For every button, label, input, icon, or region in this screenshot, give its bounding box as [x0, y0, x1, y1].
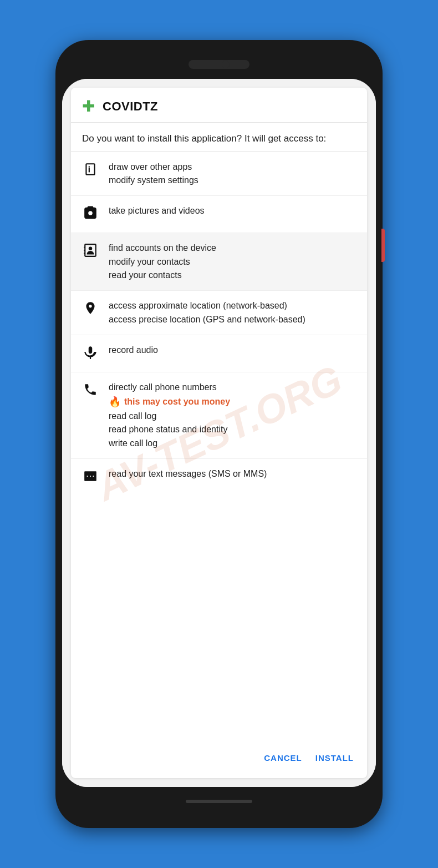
permission-item-camera: take pictures and videos: [71, 196, 367, 233]
perm-text-approx-loc: access approximate location (network-bas…: [109, 300, 305, 312]
phone-top-bar: [189, 50, 249, 79]
speaker: [189, 60, 249, 69]
svg-rect-10: [90, 476, 91, 477]
install-question: Do you want to install this application?…: [71, 123, 367, 152]
perm-text-find-accounts: find accounts on the device: [109, 242, 216, 254]
svg-rect-9: [87, 476, 88, 477]
permission-item-overlay: draw over other apps modify system setti…: [71, 152, 367, 196]
svg-rect-1: [89, 166, 90, 167]
contacts-icon: [82, 243, 99, 261]
app-header: ✚ COVIDTZ: [71, 88, 367, 123]
camera-icon: [82, 206, 99, 224]
app-name: COVIDTZ: [103, 99, 158, 114]
phone-icon: [82, 382, 99, 400]
permission-texts-contacts: find accounts on the device modify your …: [109, 242, 216, 281]
warning-text: this may cost you money: [124, 396, 230, 408]
cancel-button[interactable]: CANCEL: [262, 749, 304, 767]
front-camera: [222, 60, 230, 68]
perm-text-write-call-log: write call log: [109, 437, 230, 450]
permission-texts-audio: record audio: [109, 344, 158, 356]
perm-text-precise-loc: access precise location (GPS and network…: [109, 314, 305, 326]
svg-point-4: [89, 247, 93, 251]
flame-icon: 🔥: [109, 395, 121, 409]
permission-texts-overlay: draw over other apps modify system setti…: [109, 161, 198, 187]
permission-item-contacts: find accounts on the device modify your …: [71, 233, 367, 291]
permission-item-location: access approximate location (network-bas…: [71, 291, 367, 335]
perm-text-audio: record audio: [109, 344, 158, 356]
volume-button: [381, 229, 385, 262]
permission-item-audio: record audio: [71, 335, 367, 372]
permissions-list: draw over other apps modify system setti…: [71, 152, 367, 496]
permission-item-sms: read your text messages (SMS or MMS): [71, 459, 367, 496]
home-bar: [186, 800, 252, 803]
permission-item-phone: directly call phone numbers 🔥 this may c…: [71, 372, 367, 459]
perm-text-read-contacts: read your contacts: [109, 269, 216, 281]
perm-text-direct-call: directly call phone numbers: [109, 381, 230, 393]
perm-text-phone-status: read phone status and identity: [109, 423, 230, 436]
permission-texts-location: access approximate location (network-bas…: [109, 300, 305, 326]
location-icon: [82, 301, 99, 319]
permission-texts-camera: take pictures and videos: [109, 205, 205, 217]
install-dialog: ✚ COVIDTZ Do you want to install this ap…: [71, 88, 367, 778]
info-icon: [82, 162, 99, 180]
sms-icon: [82, 469, 99, 487]
perm-text-modify-sys: modify system settings: [109, 174, 198, 186]
perm-text-draw: draw over other apps: [109, 161, 198, 173]
perm-text-camera: take pictures and videos: [109, 205, 205, 217]
install-button[interactable]: INSTALL: [313, 749, 356, 767]
microphone-icon: [82, 345, 99, 363]
perm-text-warning: 🔥 this may cost you money: [109, 395, 230, 409]
perm-text-sms: read your text messages (SMS or MMS): [109, 468, 267, 480]
svg-rect-2: [89, 168, 90, 172]
phone-screen: AV-TEST.ORG ✚ COVIDTZ Do you want to ins…: [62, 79, 376, 787]
screen-content: AV-TEST.ORG ✚ COVIDTZ Do you want to ins…: [62, 79, 376, 787]
permission-texts-phone: directly call phone numbers 🔥 this may c…: [109, 381, 230, 450]
phone-bottom-bar: [186, 787, 252, 816]
svg-rect-0: [86, 164, 94, 175]
permission-texts-sms: read your text messages (SMS or MMS): [109, 468, 267, 480]
dialog-buttons: CANCEL INSTALL: [71, 740, 367, 778]
perm-text-read-call-log: read call log: [109, 410, 230, 422]
perm-text-modify-contacts: modify your contacts: [109, 256, 216, 268]
app-icon: ✚: [82, 99, 95, 114]
svg-rect-11: [93, 476, 94, 477]
phone-device: AV-TEST.ORG ✚ COVIDTZ Do you want to ins…: [55, 40, 383, 828]
